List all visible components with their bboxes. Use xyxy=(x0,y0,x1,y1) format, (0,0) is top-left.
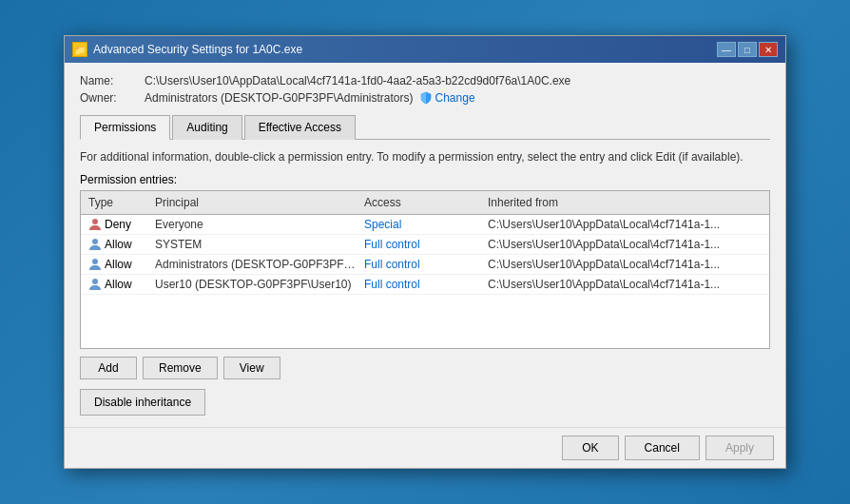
change-link[interactable]: Change xyxy=(419,91,475,105)
permission-entries-label: Permission entries: xyxy=(80,173,770,186)
svg-point-3 xyxy=(92,279,98,284)
permissions-table: Type Principal Access Inherited from De xyxy=(80,190,770,349)
table-row[interactable]: Allow User10 (DESKTOP-G0PF3PF\User10) Fu… xyxy=(81,275,769,295)
row-principal-1: Everyone xyxy=(151,216,360,233)
ok-button[interactable]: OK xyxy=(562,436,618,460)
col-inherited: Inherited from xyxy=(484,194,765,211)
table-row[interactable]: Allow Administrators (DESKTOP-G0PF3PF\Ad… xyxy=(81,255,769,275)
tabs-container: Permissions Auditing Effective Access xyxy=(80,114,770,140)
col-principal: Principal xyxy=(151,194,360,211)
col-type: Type xyxy=(85,194,151,211)
cancel-button[interactable]: Cancel xyxy=(625,436,700,460)
user-deny-icon xyxy=(88,218,102,231)
row-inherited-3: C:\Users\User10\AppData\Local\4cf7141a-1… xyxy=(484,256,765,273)
maximize-button[interactable]: □ xyxy=(738,42,757,57)
footer-buttons: OK Cancel Apply xyxy=(65,427,785,468)
svg-point-2 xyxy=(92,259,98,264)
table-row[interactable]: Allow SYSTEM Full control C:\Users\User1… xyxy=(81,235,769,255)
row-access-3[interactable]: Full control xyxy=(360,256,484,273)
dialog-content: Name: C:\Users\User10\AppData\Local\4cf7… xyxy=(65,63,785,427)
row-principal-3: Administrators (DESKTOP-G0PF3PF\Admini..… xyxy=(151,256,360,273)
row-principal-2: SYSTEM xyxy=(151,236,360,253)
tab-auditing[interactable]: Auditing xyxy=(172,115,241,140)
row-type-4: Allow xyxy=(85,276,151,293)
remove-button[interactable]: Remove xyxy=(143,357,218,379)
title-bar-left: 📁 Advanced Security Settings for 1A0C.ex… xyxy=(72,42,302,57)
name-value: C:\Users\User10\AppData\Local\4cf7141a-1… xyxy=(145,74,770,87)
row-type-3: Allow xyxy=(85,256,151,273)
col-access: Access xyxy=(360,194,484,211)
tab-effective-access[interactable]: Effective Access xyxy=(244,115,356,140)
window-icon: 📁 xyxy=(72,42,87,57)
user-icon xyxy=(88,278,102,291)
table-header: Type Principal Access Inherited from xyxy=(81,191,769,215)
tab-permissions[interactable]: Permissions xyxy=(80,115,170,140)
row-access-2[interactable]: Full control xyxy=(360,236,484,253)
window-title: Advanced Security Settings for 1A0C.exe xyxy=(93,43,302,56)
apply-button[interactable]: Apply xyxy=(705,436,774,460)
disable-inheritance-button[interactable]: Disable inheritance xyxy=(80,389,205,416)
name-label: Name: xyxy=(80,74,137,87)
add-button[interactable]: Add xyxy=(80,357,137,379)
user-icon xyxy=(88,258,102,271)
owner-label: Owner: xyxy=(80,91,137,105)
user-icon xyxy=(88,238,102,251)
shield-icon xyxy=(419,91,433,105)
row-type-1: Deny xyxy=(85,216,151,233)
owner-value: Administrators (DESKTOP-G0PF3PF\Administ… xyxy=(145,91,770,105)
action-buttons-row: Add Remove View xyxy=(80,357,770,379)
table-body: Deny Everyone Special C:\Users\User10\Ap… xyxy=(81,215,769,348)
title-bar: 📁 Advanced Security Settings for 1A0C.ex… xyxy=(65,36,785,63)
info-text: For additional information, double-click… xyxy=(80,149,770,165)
row-inherited-1: C:\Users\User10\AppData\Local\4cf7141a-1… xyxy=(484,216,765,233)
row-access-1[interactable]: Special xyxy=(360,216,484,233)
disable-inheritance-wrapper: Disable inheritance xyxy=(80,389,770,416)
row-access-4[interactable]: Full control xyxy=(360,276,484,293)
close-button[interactable]: ✕ xyxy=(759,42,778,57)
title-buttons: — □ ✕ xyxy=(717,42,778,57)
svg-point-0 xyxy=(92,219,98,224)
minimize-button[interactable]: — xyxy=(717,42,736,57)
row-principal-4: User10 (DESKTOP-G0PF3PF\User10) xyxy=(151,276,360,293)
change-link-text: Change xyxy=(435,91,475,105)
desktop-background: YANT-SPYWARE.COM 📁 Advanced Security Set… xyxy=(0,0,850,504)
owner-text: Administrators (DESKTOP-G0PF3PF\Administ… xyxy=(145,91,414,105)
dialog-window: 📁 Advanced Security Settings for 1A0C.ex… xyxy=(64,35,786,469)
row-inherited-4: C:\Users\User10\AppData\Local\4cf7141a-1… xyxy=(484,276,765,293)
view-button[interactable]: View xyxy=(223,357,280,379)
row-type-2: Allow xyxy=(85,236,151,253)
info-grid: Name: C:\Users\User10\AppData\Local\4cf7… xyxy=(80,74,770,105)
svg-point-1 xyxy=(92,239,98,244)
table-row[interactable]: Deny Everyone Special C:\Users\User10\Ap… xyxy=(81,215,769,235)
row-inherited-2: C:\Users\User10\AppData\Local\4cf7141a-1… xyxy=(484,236,765,253)
